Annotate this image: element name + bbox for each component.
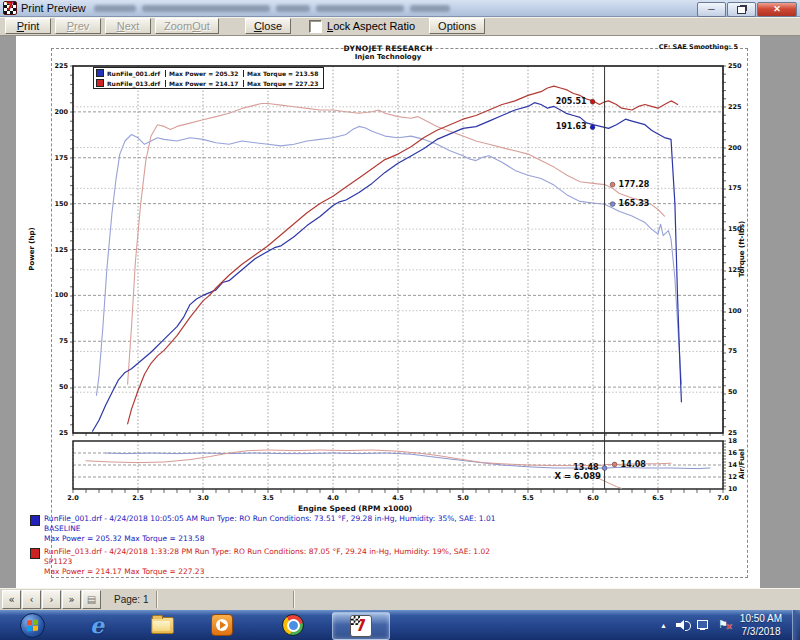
- action-center-flag-icon[interactable]: ⚑✕: [718, 619, 730, 631]
- legend-max-power: Max Power = 214.17: [165, 80, 243, 87]
- window-title: Print Preview: [21, 2, 86, 14]
- clock-date: 7/3/2018: [732, 625, 790, 638]
- volume-icon[interactable]: [676, 620, 688, 630]
- taskbar-item-internet-explorer[interactable]: e: [85, 614, 109, 636]
- print-preview-toolbar: PrintPrevNextZoom OutClose Lock Aspect R…: [0, 17, 800, 36]
- torque-axis-tick: 250: [728, 62, 742, 70]
- toolbar-button-prev[interactable]: Prev: [55, 18, 101, 34]
- air-fuel-axis-tick: 18: [728, 437, 737, 445]
- taskbar-clock[interactable]: 10:50 AM 7/3/2018: [732, 612, 790, 638]
- rpm-axis-tick: 5.0: [453, 494, 473, 502]
- power-axis-title: Power (hp): [28, 209, 36, 289]
- legend-row: RunFile_001.drf Max Power = 205.32 Max T…: [94, 68, 323, 78]
- toolbar-button-options[interactable]: Options: [429, 18, 485, 34]
- last-page-button[interactable]: »: [62, 590, 81, 609]
- show-desktop-button[interactable]: [792, 610, 800, 640]
- start-button[interactable]: [20, 613, 45, 638]
- torque-axis-tick: 175: [728, 184, 742, 192]
- chart-legend: RunFile_001.drf Max Power = 205.32 Max T…: [93, 67, 324, 89]
- close-window-button[interactable]: ✕: [757, 2, 797, 17]
- title-bar: 7 Print Preview ─ ✕: [0, 0, 800, 17]
- next-page-button[interactable]: ›: [42, 590, 61, 609]
- run-max-line: Max Power = 205.32 Max Torque = 213.58: [44, 534, 495, 544]
- legend-file-name: RunFile_001.drf: [107, 70, 165, 77]
- print-preview-page: DYNOJET RESEARCH Injen Technology CF: SA…: [16, 36, 760, 588]
- tray-expand-icon[interactable]: ▲: [660, 622, 667, 629]
- torque-axis-tick: 225: [728, 103, 742, 111]
- network-icon[interactable]: [697, 620, 709, 630]
- prev-page-button[interactable]: ‹: [22, 590, 41, 609]
- rpm-axis-tick: 3.5: [258, 494, 278, 502]
- clock-time: 10:50 AM: [732, 612, 790, 625]
- run-conditions-line: RunFile_013.drf - 4/24/2018 1:33:28 PM R…: [44, 547, 490, 557]
- torque-axis-tick: 200: [728, 144, 742, 152]
- legend-file-name: RunFile_013.drf: [107, 80, 165, 87]
- run-conditions-line: RunFile_001.drf - 4/24/2018 10:05:05 AM …: [44, 514, 495, 524]
- legend-row: RunFile_013.drf Max Power = 214.17 Max T…: [94, 78, 323, 88]
- run-max-line: Max Power = 214.17 Max Torque = 227.23: [44, 567, 490, 577]
- toolbar-button-close[interactable]: Close: [245, 18, 291, 34]
- rpm-axis-tick: 3.0: [193, 494, 213, 502]
- legend-color-chip: [96, 69, 104, 77]
- torque-axis-tick: 75: [728, 347, 737, 355]
- torque-axis-tick: 25: [728, 429, 737, 437]
- status-cell-empty: [157, 591, 294, 608]
- cursor-value-label: 205.51: [556, 97, 587, 106]
- rpm-axis-tick: 4.0: [323, 494, 343, 502]
- taskbar-item-winpep-active[interactable]: 7: [332, 612, 390, 640]
- x-axis-title: Engine Speed (RPM x1000): [298, 504, 412, 513]
- air-fuel-axis-tick: 14: [728, 461, 737, 469]
- power-axis-tick: 75: [40, 337, 68, 345]
- windows-logo-icon: [27, 620, 38, 632]
- screen: { "window": { "title": "Print Preview" }…: [0, 0, 800, 640]
- status-bar: «‹›»▤ Page: 1: [0, 588, 800, 610]
- internet-explorer-icon: e: [90, 614, 104, 636]
- lock-aspect-ratio-group[interactable]: Lock Aspect Ratio: [309, 20, 415, 33]
- power-axis-tick: 175: [40, 154, 68, 162]
- minimize-button[interactable]: ─: [697, 2, 726, 17]
- air-fuel-axis-tick: 10: [728, 485, 737, 493]
- torque-axis-tick: 100: [728, 307, 742, 315]
- window-title-path-redacted: [94, 5, 450, 12]
- toolbar-button-print[interactable]: Print: [5, 18, 51, 34]
- first-page-button[interactable]: «: [2, 590, 21, 609]
- restore-button[interactable]: [727, 2, 756, 17]
- legend-max-torque: Max Torque = 227.23: [243, 80, 323, 87]
- power-axis-tick: 125: [40, 246, 68, 254]
- rpm-axis-tick: 5.5: [518, 494, 538, 502]
- taskbar-item-file-explorer[interactable]: [150, 614, 174, 636]
- rpm-axis-tick: 7.0: [713, 494, 733, 502]
- cursor-value-label: 191.63: [556, 122, 587, 131]
- page-setup-button[interactable]: ▤: [82, 590, 101, 609]
- chrome-icon: [282, 614, 304, 636]
- rpm-axis-tick: 6.5: [648, 494, 668, 502]
- air-fuel-axis-tick: 16: [728, 449, 737, 457]
- system-tray: ▲ ⚑✕: [660, 610, 730, 640]
- torque-axis-title: Torque (ft-lbs): [738, 209, 746, 289]
- run-label-line: BASELINE: [44, 524, 495, 534]
- legend-max-torque: Max Torque = 213.58: [243, 70, 323, 77]
- cursor-value-label: 165.33: [619, 199, 650, 208]
- winpep-icon: 7: [350, 615, 372, 637]
- run-info-sp1123: RunFile_013.drf - 4/24/2018 1:33:28 PM R…: [44, 547, 490, 577]
- power-axis-tick: 100: [40, 291, 68, 299]
- legend-color-chip: [96, 79, 104, 87]
- taskbar-item-media-player[interactable]: [210, 614, 234, 636]
- toolbar-button-next[interactable]: Next: [105, 18, 151, 34]
- status-cell-empty: [294, 591, 800, 608]
- media-player-icon: [211, 614, 233, 636]
- lock-aspect-ratio-checkbox[interactable]: [309, 20, 322, 33]
- cursor-value-label: 14.08: [621, 460, 646, 469]
- taskbar-item-chrome[interactable]: [281, 614, 305, 636]
- rpm-axis-tick: 4.5: [388, 494, 408, 502]
- run-color-chip: [30, 515, 40, 526]
- rpm-axis-tick: 2.0: [63, 494, 83, 502]
- folder-icon: [151, 617, 174, 634]
- cursor-x-value: X = 6.089: [555, 471, 601, 481]
- run-color-chip: [30, 548, 40, 559]
- rpm-axis-tick: 6.0: [583, 494, 603, 502]
- air-fuel-axis-tick: 12: [728, 473, 737, 481]
- toolbar-button-zoom-out[interactable]: Zoom Out: [155, 18, 219, 34]
- rpm-axis-tick: 2.5: [128, 494, 148, 502]
- air-fuel-axis-title: Air/Fuel: [738, 424, 746, 504]
